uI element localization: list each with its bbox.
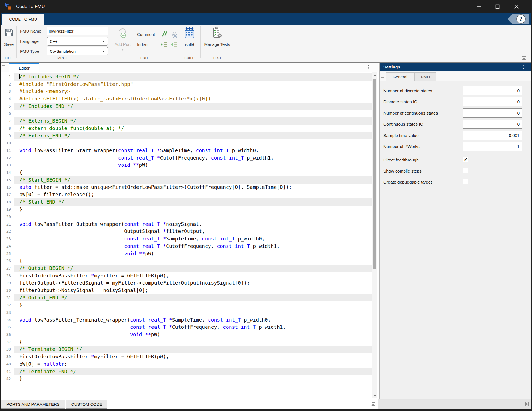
code-line[interactable]: /* Output_END */ xyxy=(14,294,372,302)
code-line[interactable] xyxy=(14,309,372,316)
code-line[interactable]: /* Start_BEGIN */ xyxy=(14,176,372,184)
code-line[interactable]: #include "FirstOrderLowPassFilter.hpp" xyxy=(14,81,372,88)
add-port-button[interactable]: Add Port xyxy=(112,27,133,55)
code-line[interactable]: filterOutput->NoisySignal = noisySignal[… xyxy=(14,287,372,294)
settings-tab-fmu[interactable]: FMU xyxy=(414,72,436,81)
code-token: pW) xyxy=(145,251,154,256)
scroll-down-icon[interactable] xyxy=(372,393,377,398)
save-button[interactable]: Save xyxy=(3,27,15,52)
field-input[interactable]: 0 xyxy=(463,120,522,129)
bottom-tab-custom-code[interactable]: CUSTOM CODE xyxy=(66,400,107,409)
code-token: int_T xyxy=(226,317,241,323)
code-line[interactable]: auto filter = std::make_unique<FirstOrde… xyxy=(14,184,372,191)
code-token: CutoffFrequency, xyxy=(166,243,217,249)
code-line[interactable]: /* Includes_BEGIN */ xyxy=(14,73,372,81)
code-line[interactable] xyxy=(14,139,372,147)
editor-menu-icon[interactable] xyxy=(368,65,369,69)
code-line[interactable]: pW[0] = filter.release(); xyxy=(14,191,372,198)
tab-editor[interactable]: Editor xyxy=(9,63,39,72)
code-line[interactable]: filterOutput->FilteredSignal = myFilter-… xyxy=(14,279,372,287)
code-line[interactable]: OutputSignal *filterOutput, xyxy=(14,228,372,235)
settings-menu-icon[interactable] xyxy=(523,65,524,69)
code-token xyxy=(166,317,169,323)
code-line[interactable]: } xyxy=(14,206,372,213)
code-line[interactable]: void lowPassFilter_Start_wrapper(const r… xyxy=(14,147,372,154)
collapse-editor-icon[interactable] xyxy=(371,402,376,407)
minimize-button[interactable] xyxy=(471,0,487,13)
code-line[interactable]: const real_T *CutoffFrequency, const int… xyxy=(14,324,372,331)
code-token: CutoffFrequency, xyxy=(160,155,211,161)
panel-grip-icon[interactable] xyxy=(381,75,384,78)
code-line[interactable]: FirstOrderLowPassFilter *myFilter = GETF… xyxy=(14,272,372,280)
code-line[interactable]: const real_T *SampleTime, const int_T p_… xyxy=(14,235,372,243)
code-line[interactable]: /* Externs_END */ xyxy=(14,132,372,140)
code-line[interactable]: void **pW) xyxy=(14,331,372,338)
code-editor[interactable]: /* Includes_BEGIN */#include "FirstOrder… xyxy=(1,72,372,398)
indent-icon[interactable] xyxy=(160,41,167,49)
close-button[interactable] xyxy=(509,0,524,13)
panel-grip-icon[interactable] xyxy=(2,65,5,69)
field-input[interactable]: 0 xyxy=(463,97,522,106)
code-token: filterOutput, xyxy=(166,228,205,234)
collapse-toolbar-icon[interactable] xyxy=(522,56,526,61)
line-number: 19 xyxy=(1,206,14,213)
code-line[interactable]: { xyxy=(14,169,372,176)
comment-icon[interactable] xyxy=(160,30,167,39)
code-line[interactable]: /* Externs_BEGIN */ xyxy=(14,117,372,125)
expand-right-icon[interactable] xyxy=(525,402,529,408)
manage-tests-button[interactable]: Manage Tests xyxy=(201,26,233,51)
code-line[interactable]: FirstOrderLowPassFilter *myFilter = GETF… xyxy=(14,353,372,360)
settings-tab-general[interactable]: General xyxy=(386,72,414,81)
code-line[interactable] xyxy=(14,213,372,221)
build-button[interactable]: Build xyxy=(180,26,199,51)
scroll-up-icon[interactable] xyxy=(372,72,377,78)
language-select[interactable]: C++ xyxy=(47,37,108,46)
field-input[interactable]: 0 xyxy=(463,108,522,118)
checkbox[interactable]: ✓ xyxy=(463,157,468,162)
field-input[interactable]: 0 xyxy=(463,86,522,95)
editor-vertical-scrollbar[interactable] xyxy=(372,72,377,398)
code-line[interactable]: } xyxy=(14,375,372,383)
code-line[interactable]: void **pW) xyxy=(14,161,372,169)
code-token: #include <memory> xyxy=(19,88,70,94)
line-number: 7 xyxy=(1,117,14,125)
code-line[interactable]: pW[0] = nullptr; xyxy=(14,360,372,368)
code-line[interactable]: #define GETFILTER(x) static_cast<FirstOr… xyxy=(14,95,372,103)
tab-code-to-fmu[interactable]: CODE TO FMU xyxy=(2,14,44,25)
code-token: real_T xyxy=(136,147,154,153)
code-token: pW[0] = xyxy=(19,361,43,367)
bottom-tab-ports-and-parameters[interactable]: PORTS AND PARAMETERS xyxy=(1,400,65,409)
code-line[interactable]: const real_T *CutoffFrequency, const int… xyxy=(14,243,372,250)
code-line[interactable]: /* Includes_END */ xyxy=(14,103,372,110)
code-token: void xyxy=(19,317,31,323)
code-token: const xyxy=(208,317,223,323)
code-line[interactable]: /* Output_BEGIN */ xyxy=(14,265,372,272)
help-button[interactable]: ? xyxy=(507,14,530,25)
code-line[interactable]: } xyxy=(14,301,372,309)
checkbox[interactable] xyxy=(463,179,468,184)
code-line[interactable]: { xyxy=(14,257,372,265)
code-line[interactable]: /* Terminate_END */ xyxy=(14,368,372,375)
code-token: #include "FirstOrderLowPassFilter.hpp" xyxy=(19,81,133,87)
scrollbar-thumb[interactable] xyxy=(373,79,376,269)
code-line[interactable]: /* Terminate_BEGIN */ xyxy=(14,346,372,353)
code-line[interactable]: void lowPassFilter_Terminate_wrapper(con… xyxy=(14,316,372,324)
code-line[interactable]: { xyxy=(14,338,372,346)
code-line[interactable] xyxy=(14,110,372,117)
code-line[interactable]: /* extern double func(double a); */ xyxy=(14,125,372,132)
fmu-type-select[interactable]: Co-Simulation xyxy=(47,47,108,55)
code-line[interactable]: void lowPassFilter_Outputs_wrapper(const… xyxy=(14,221,372,228)
fmu-name-input[interactable] xyxy=(47,27,108,35)
code-token xyxy=(223,317,226,323)
code-line[interactable]: const real_T *CutoffFrequency, const int… xyxy=(14,154,372,162)
checkbox[interactable] xyxy=(463,168,468,173)
code-line[interactable]: /* Start_END */ xyxy=(14,198,372,206)
outdent-icon[interactable] xyxy=(170,41,177,49)
settings-field-row: Number of continuous states0 xyxy=(383,108,531,118)
field-input[interactable]: 0.001 xyxy=(463,131,522,140)
uncomment-icon[interactable] xyxy=(170,31,177,39)
field-input[interactable]: 1 xyxy=(463,142,522,151)
code-line[interactable]: #include <memory> xyxy=(14,88,372,95)
maximize-button[interactable] xyxy=(490,0,505,13)
code-line[interactable]: void **pW) xyxy=(14,250,372,258)
